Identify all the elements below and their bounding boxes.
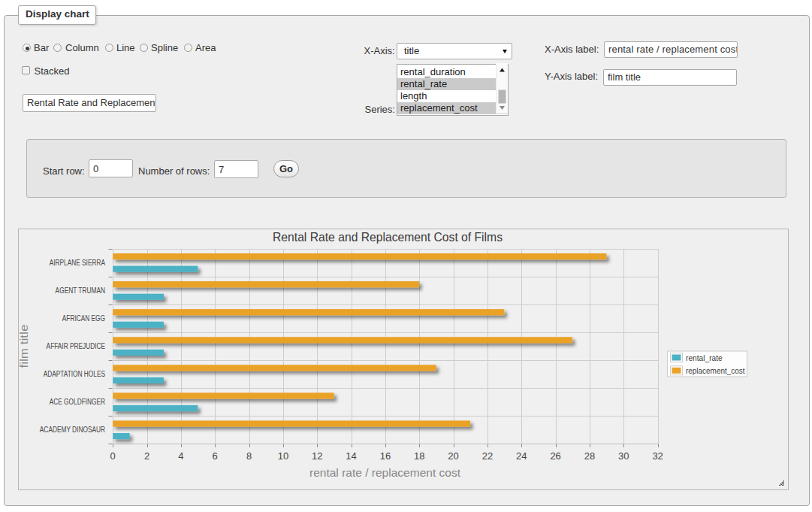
svg-text:film title: film title xyxy=(19,325,30,368)
svg-text:rental_rate: rental_rate xyxy=(686,353,723,362)
svg-text:ADAPTATION HOLES: ADAPTATION HOLES xyxy=(44,370,106,378)
svg-text:Rental Rate and Replacement Co: Rental Rate and Replacement Cost of Film… xyxy=(273,230,503,244)
svg-text:16: 16 xyxy=(380,450,391,462)
svg-text:12: 12 xyxy=(312,450,322,462)
svg-text:22: 22 xyxy=(482,450,493,462)
svg-text:4: 4 xyxy=(178,450,183,462)
svg-text:14: 14 xyxy=(346,450,356,462)
svg-text:32: 32 xyxy=(652,450,663,462)
svg-text:ACE GOLDFINGER: ACE GOLDFINGER xyxy=(50,398,105,406)
svg-text:AFFAIR PREJUDICE: AFFAIR PREJUDICE xyxy=(47,342,106,350)
svg-text:AGENT TRUMAN: AGENT TRUMAN xyxy=(56,286,105,295)
svg-text:2: 2 xyxy=(144,450,149,462)
svg-text:AFRICAN EGG: AFRICAN EGG xyxy=(62,314,105,323)
svg-text:28: 28 xyxy=(584,450,595,462)
svg-text:18: 18 xyxy=(414,450,424,462)
svg-text:30: 30 xyxy=(618,450,629,462)
svg-text:0: 0 xyxy=(110,450,116,462)
svg-text:20: 20 xyxy=(448,450,458,462)
svg-text:replacement_cost: replacement_cost xyxy=(686,366,745,375)
svg-text:24: 24 xyxy=(516,450,527,462)
svg-text:26: 26 xyxy=(550,450,560,462)
svg-text:AIRPLANE SIERRA: AIRPLANE SIERRA xyxy=(50,259,106,267)
svg-text:rental rate / replacement cost: rental rate / replacement cost xyxy=(309,466,461,479)
svg-text:ACADEMY DINOSAUR: ACADEMY DINOSAUR xyxy=(40,426,105,434)
svg-text:8: 8 xyxy=(246,450,252,462)
svg-text:6: 6 xyxy=(213,450,218,462)
svg-text:10: 10 xyxy=(278,450,288,462)
